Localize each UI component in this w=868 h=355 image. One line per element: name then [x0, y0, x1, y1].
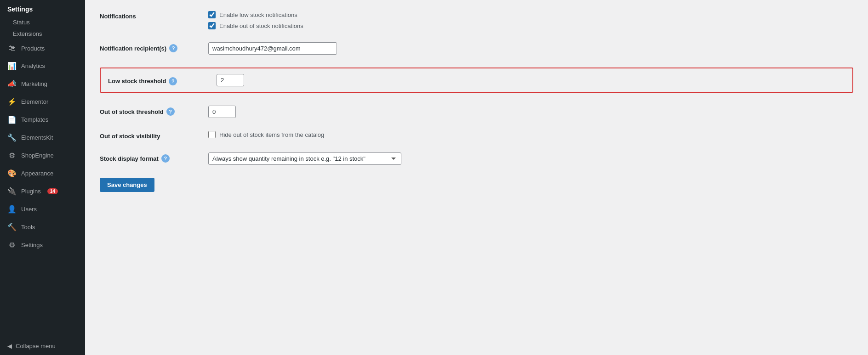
shopengine-icon: ⚙ — [7, 151, 17, 160]
hide-out-of-stock-text: Hide out of stock items from the catalog — [219, 131, 324, 138]
save-button-row: Save changes — [100, 178, 853, 192]
sidebar-item-products[interactable]: 🛍 Products — [0, 39, 85, 57]
stock-display-format-control: Always show quantity remaining in stock … — [208, 152, 853, 165]
sidebar-item-label: Templates — [21, 116, 48, 123]
low-stock-threshold-input[interactable] — [217, 74, 244, 86]
save-button[interactable]: Save changes — [100, 178, 154, 192]
plugins-icon: 🔌 — [7, 187, 17, 196]
out-of-stock-visibility-row: Out of stock visibility Hide out of stoc… — [100, 131, 853, 140]
hide-out-of-stock-checkbox[interactable] — [208, 131, 216, 138]
notification-recipient-label: Notification recipient(s) ? — [100, 42, 201, 52]
notification-recipient-row: Notification recipient(s) ? — [100, 42, 853, 55]
sidebar: Settings Status Extensions 🛍 Products 📊 … — [0, 0, 85, 355]
sidebar-item-appearance[interactable]: 🎨 Appearance — [0, 164, 85, 182]
out-of-stock-threshold-control — [208, 106, 853, 118]
low-stock-notification-text: Enable low stock notifications — [219, 11, 297, 18]
settings-icon: ⚙ — [7, 241, 17, 249]
marketing-icon: 📣 — [7, 79, 17, 88]
sidebar-item-label: Plugins — [21, 188, 41, 195]
stock-display-format-help-icon[interactable]: ? — [161, 154, 170, 163]
tools-icon: 🔨 — [7, 223, 17, 231]
out-of-stock-visibility-control: Hide out of stock items from the catalog — [208, 131, 853, 138]
out-of-stock-notification-text: Enable out of stock notifications — [219, 23, 303, 29]
collapse-menu[interactable]: ◀ Collapse menu — [0, 337, 85, 355]
stock-display-format-select[interactable]: Always show quantity remaining in stock … — [208, 152, 401, 165]
sidebar-item-label: Marketing — [21, 80, 47, 87]
notifications-row: Notifications Enable low stock notificat… — [100, 11, 853, 29]
sidebar-item-plugins[interactable]: 🔌 Plugins 14 — [0, 182, 85, 200]
collapse-label: Collapse menu — [16, 343, 56, 349]
sidebar-item-users[interactable]: 👤 Users — [0, 200, 85, 218]
main-content: Notifications Enable low stock notificat… — [85, 0, 868, 355]
sidebar-item-shopengine[interactable]: ⚙ ShopEngine — [0, 147, 85, 164]
out-of-stock-visibility-label: Out of stock visibility — [100, 131, 201, 140]
out-of-stock-threshold-help-icon[interactable]: ? — [166, 107, 175, 116]
sidebar-item-settings[interactable]: ⚙ Settings — [0, 236, 85, 254]
sidebar-item-label: Products — [21, 45, 45, 52]
stock-display-format-label: Stock display format ? — [100, 152, 201, 163]
products-icon: 🛍 — [7, 44, 17, 52]
out-of-stock-threshold-label: Out of stock threshold ? — [100, 106, 201, 116]
notifications-control: Enable low stock notifications Enable ou… — [208, 11, 853, 29]
stock-display-format-row: Stock display format ? Always show quant… — [100, 152, 853, 165]
out-of-stock-notification-label[interactable]: Enable out of stock notifications — [208, 22, 853, 29]
sidebar-item-marketing[interactable]: 📣 Marketing — [0, 75, 85, 93]
sidebar-item-tools[interactable]: 🔨 Tools — [0, 218, 85, 236]
low-stock-notification-label[interactable]: Enable low stock notifications — [208, 11, 853, 18]
out-of-stock-threshold-input[interactable] — [208, 106, 236, 118]
sidebar-item-label: ShopEngine — [21, 152, 54, 159]
low-stock-threshold-control — [217, 74, 845, 86]
sidebar-sub-extensions[interactable]: Extensions — [0, 28, 85, 39]
sidebar-item-label: Analytics — [21, 62, 45, 69]
sidebar-item-label: Settings — [21, 242, 43, 248]
out-of-stock-threshold-row: Out of stock threshold ? — [100, 106, 853, 118]
sidebar-item-label: Tools — [21, 224, 35, 231]
low-stock-threshold-label: Low stock threshold ? — [108, 75, 209, 85]
hide-out-of-stock-label[interactable]: Hide out of stock items from the catalog — [208, 131, 853, 138]
sidebar-sub-status[interactable]: Status — [0, 17, 85, 28]
sidebar-item-label: ElementsKit — [21, 134, 53, 141]
low-stock-threshold-row: Low stock threshold ? — [100, 68, 853, 93]
notification-recipient-help-icon[interactable]: ? — [169, 44, 177, 52]
sidebar-item-elementor[interactable]: ⚡ Elementor — [0, 93, 85, 111]
templates-icon: 📄 — [7, 115, 17, 124]
low-stock-threshold-help-icon[interactable]: ? — [169, 77, 177, 85]
sidebar-item-label: Users — [21, 206, 37, 213]
appearance-icon: 🎨 — [7, 169, 17, 178]
users-icon: 👤 — [7, 205, 17, 214]
plugins-badge: 14 — [47, 188, 58, 194]
notification-recipient-input[interactable] — [208, 42, 337, 55]
analytics-icon: 📊 — [7, 62, 17, 70]
notifications-label: Notifications — [100, 11, 201, 20]
sidebar-item-label: Appearance — [21, 170, 53, 177]
sidebar-item-analytics[interactable]: 📊 Analytics — [0, 57, 85, 75]
sidebar-item-templates[interactable]: 📄 Templates — [0, 111, 85, 129]
low-stock-notification-checkbox[interactable] — [208, 11, 216, 18]
collapse-icon: ◀ — [7, 343, 12, 349]
sidebar-item-elementskit[interactable]: 🔧 ElementsKit — [0, 129, 85, 147]
out-of-stock-notification-checkbox[interactable] — [208, 22, 216, 29]
elementskit-icon: 🔧 — [7, 133, 17, 142]
sidebar-item-label: Elementor — [21, 98, 48, 105]
sidebar-header: Settings — [0, 0, 85, 17]
notification-recipient-control — [208, 42, 853, 55]
elementor-icon: ⚡ — [7, 97, 17, 106]
